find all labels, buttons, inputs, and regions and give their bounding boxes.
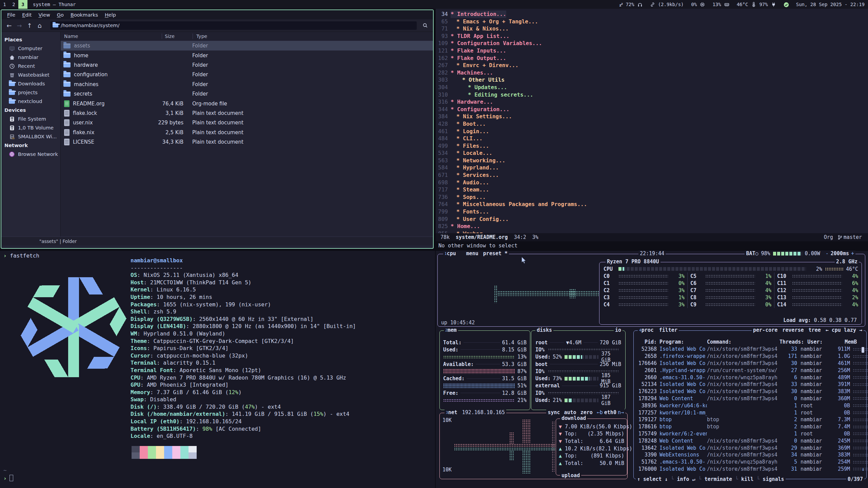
org-heading[interactable]: * CLI... xyxy=(451,135,482,142)
temperature-value[interactable]: 46°C xyxy=(737,2,748,7)
menu-help[interactable]: Help xyxy=(102,12,119,18)
proc-header-pid[interactable]: Pid: xyxy=(636,339,657,345)
org-heading-line[interactable]: 584* Hyprland... xyxy=(436,164,868,171)
org-heading-line[interactable]: 764* Miscellaneous Packages and Programs… xyxy=(436,201,868,208)
emacs-modeline[interactable]: 78k system/README.org 34:2 3% Org master xyxy=(436,233,868,241)
forward-button[interactable]: → xyxy=(14,21,24,30)
preset-button[interactable]: preset * xyxy=(483,250,508,257)
proc-footer-kill[interactable]: kill xyxy=(741,476,753,482)
org-heading[interactable]: * TLDR App List... xyxy=(451,33,509,40)
org-heading-line[interactable]: 499* Files... xyxy=(436,142,868,150)
process-row-2660[interactable]: 2660.emacs-31.0.50-/nix/store/wnqz5pa8ra… xyxy=(634,374,866,381)
network-rate[interactable]: (2.9kb/s) xyxy=(658,2,684,7)
org-heading[interactable]: * Audio... xyxy=(451,179,489,186)
interval-decrease-button[interactable]: - xyxy=(826,250,829,257)
org-heading[interactable]: * Locale... xyxy=(451,149,492,157)
interval-increase-button[interactable]: + xyxy=(851,250,854,257)
org-heading[interactable]: * Configuration Variables... xyxy=(451,40,542,47)
org-heading[interactable]: * Updates... xyxy=(451,84,507,91)
file-row-assets[interactable]: assetsFolder xyxy=(61,41,433,50)
sidebar-item-recent[interactable]: Recent xyxy=(1,62,60,70)
net-next-iface-button[interactable]: n→ xyxy=(618,409,624,415)
org-heading[interactable]: * Home... xyxy=(451,223,480,230)
org-heading-line[interactable]: 809* User Config... xyxy=(436,216,868,223)
file-row-README.org[interactable]: README.org76,4 KiBOrg-mode file xyxy=(61,99,433,108)
back-button[interactable]: ← xyxy=(4,21,14,30)
org-heading-line[interactable]: 310* Editing secrets... xyxy=(436,91,868,99)
menu-bookmarks[interactable]: Bookmarks xyxy=(67,12,101,18)
org-heading-line[interactable]: 484* CLI... xyxy=(436,135,868,142)
org-heading-line[interactable]: 304* Updates... xyxy=(436,84,868,91)
proc-scroll-down-icon[interactable]: ↓ xyxy=(862,466,865,472)
sidebar-item-nambiar[interactable]: nambiar xyxy=(1,53,60,62)
org-heading[interactable]: * Fonts... xyxy=(451,208,489,216)
process-row-176646[interactable]: 176646Isolated Web Co/nix/store/sm8fmrf3… xyxy=(634,360,866,367)
file-row-home[interactable]: homeFolder xyxy=(61,50,433,60)
proc-sort-selector[interactable]: ← cpu lazy → xyxy=(826,327,862,333)
org-heading[interactable]: * User Config... xyxy=(451,216,509,223)
org-heading[interactable]: * Nix Settings... xyxy=(451,113,512,120)
shell-prompt[interactable]: › xyxy=(3,475,13,482)
proc-footer-info-[interactable]: info ↵ xyxy=(677,476,695,482)
net-prev-iface-button[interactable]: ←b xyxy=(597,409,603,415)
org-heading[interactable]: * Miscellaneous Packages and Programs... xyxy=(451,201,587,208)
volume-value[interactable]: 72% xyxy=(626,2,634,7)
menu-button[interactable]: menu xyxy=(466,250,478,257)
file-row-flake.nix[interactable]: flake.nix2,5 KiBPlain text document xyxy=(61,128,433,137)
sidebar-item-wastebasket[interactable]: Wastebasket xyxy=(1,70,60,79)
up-button[interactable]: ↑ xyxy=(24,21,35,30)
process-row-13642[interactable]: 13642Isolated Web Co/nix/store/sm8fmrf3w… xyxy=(634,444,866,451)
org-heading-line[interactable]: 384* Nix Settings... xyxy=(436,113,868,120)
memory-usage-value[interactable]: 13% xyxy=(712,2,721,7)
proc-footer--select-[interactable]: ↑ select ↓ xyxy=(637,476,668,482)
org-heading-line[interactable]: 162* Flake Output... xyxy=(436,55,868,62)
net-auto-button[interactable]: auto xyxy=(564,409,576,415)
disks-box-title[interactable]: disks xyxy=(537,327,552,333)
org-heading[interactable]: * Nix & Nixos... xyxy=(451,25,509,33)
cpu-usage-value[interactable]: 0% xyxy=(691,2,697,7)
org-heading[interactable]: * Files... xyxy=(451,142,489,150)
proc-header-program[interactable]: Program: xyxy=(657,339,707,345)
org-heading[interactable]: * Machines... xyxy=(451,69,493,77)
sidebar-item-file-system[interactable]: File System xyxy=(1,115,60,123)
disks-io-toggle[interactable]: io xyxy=(615,327,621,333)
menu-edit[interactable]: Edit xyxy=(19,12,35,18)
org-heading[interactable]: * Introduction... xyxy=(451,11,506,18)
column-header-size[interactable]: Size xyxy=(162,34,187,39)
org-heading[interactable]: * Hardware... xyxy=(451,98,493,106)
search-icon[interactable] xyxy=(420,21,430,30)
proc-table-header[interactable]: Pid: Program: Command: Threads: User: Me… xyxy=(634,338,866,346)
process-row-178248[interactable]: 178248Web Content/nix/store/sm8fmrf3wps4… xyxy=(634,437,866,444)
idle-icon[interactable]: zz xyxy=(619,2,623,7)
file-row-secrets[interactable]: secretsFolder xyxy=(61,89,433,99)
sidebar-item-computer[interactable]: Computer xyxy=(1,44,60,53)
sidebar-item-nextcloud[interactable]: nextcloud xyxy=(1,97,60,106)
org-heading[interactable]: * Networking... xyxy=(451,157,506,164)
org-heading-line[interactable]: 267* Envrc + Direnv... xyxy=(436,62,868,69)
workspace-1[interactable]: 1 xyxy=(0,0,9,9)
org-heading[interactable]: * Configuration... xyxy=(451,106,509,113)
process-row-51762[interactable]: 51762.emacs-31.0.50-/nix/store/wnqz5pa8r… xyxy=(634,459,866,466)
proc-header-user[interactable]: User: xyxy=(804,339,839,345)
major-mode[interactable]: Org xyxy=(824,234,833,240)
net-sync-button[interactable]: sync xyxy=(548,409,560,415)
org-heading[interactable]: * Sops... xyxy=(451,194,486,201)
menu-go[interactable]: Go xyxy=(54,12,67,18)
process-row-177257[interactable]: 177257kworker/10:1-mm_1root0B0.0 xyxy=(634,409,866,416)
menu-file[interactable]: File xyxy=(4,12,18,18)
org-heading-line[interactable]: 698* Audio... xyxy=(436,179,868,186)
org-heading[interactable]: * Login... xyxy=(451,128,489,135)
battery-value[interactable]: 97% xyxy=(759,2,768,7)
org-heading[interactable]: * Services... xyxy=(451,171,499,179)
home-button[interactable]: ⌂ xyxy=(35,21,45,30)
column-header-name[interactable]: Name xyxy=(61,34,162,39)
file-row-LICENSE[interactable]: LICENSE34,3 KiBPlain text document xyxy=(61,137,433,147)
file-row-configuration[interactable]: configurationFolder xyxy=(61,70,433,79)
sidebar-item-browse-network[interactable]: Browse Network xyxy=(1,150,60,159)
proc-reverse-toggle[interactable]: reverse xyxy=(782,327,804,333)
proc-tree-toggle[interactable]: tree xyxy=(809,327,821,333)
process-row-178294[interactable]: 178294Web Content/nix/store/sm8fmrf3wps4… xyxy=(634,395,866,402)
org-heading-line[interactable]: 717* Steam... xyxy=(436,186,868,194)
org-heading-line[interactable]: 563* Networking... xyxy=(436,157,868,164)
file-row-machines[interactable]: machinesFolder xyxy=(61,80,433,89)
